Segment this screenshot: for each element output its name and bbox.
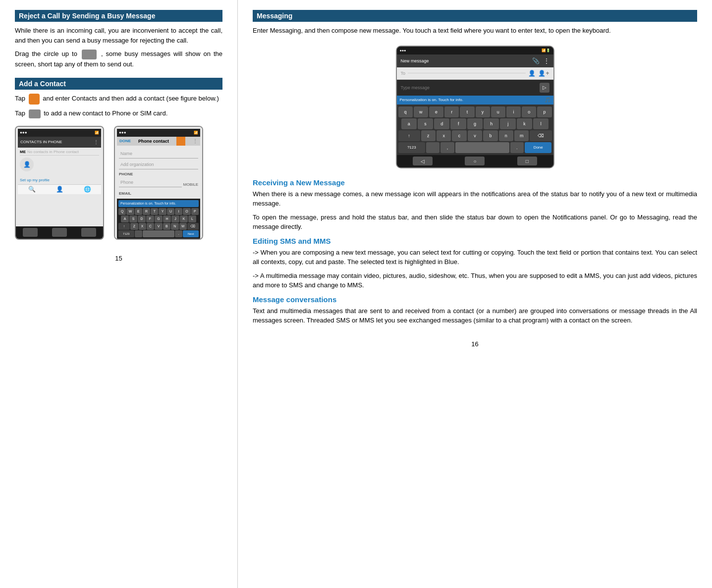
receiving-para1: When there is a new message comes, a new… xyxy=(253,189,697,209)
recent-nav-msg[interactable]: □ xyxy=(517,157,537,165)
add-contact-para1-cont: and enter Contacts and then add a contac… xyxy=(43,95,219,103)
home-nav-btn[interactable] xyxy=(52,228,67,237)
phone-section-label: PHONE xyxy=(119,172,198,176)
send-button[interactable]: ▷ xyxy=(540,83,549,93)
key-d[interactable]: d xyxy=(434,118,449,129)
key-z[interactable]: z xyxy=(421,130,436,141)
add-contact-para2: Tap to add a new contact to Phone or SIM… xyxy=(15,108,222,118)
recent-nav-btn[interactable] xyxy=(81,228,96,237)
key-k[interactable]: k xyxy=(517,118,532,129)
notification-personalization: Personalization is on. Touch for info. xyxy=(400,98,543,102)
editing-title: Editing SMS and MMS xyxy=(253,237,697,245)
section-conversations: Message conversations Text and multimedi… xyxy=(253,295,697,325)
key-special1[interactable] xyxy=(426,142,439,153)
messaging-header: Messaging xyxy=(253,10,697,22)
add-contact-para2-cont: to add a new contact to Phone or SIM car… xyxy=(44,109,167,117)
key-w[interactable]: w xyxy=(414,107,428,117)
key-backspace[interactable]: ⌫ xyxy=(530,130,551,141)
key-period[interactable]: . xyxy=(510,142,524,153)
key-x[interactable]: x xyxy=(437,130,451,141)
phone-field[interactable]: Phone xyxy=(119,178,182,187)
reject-call-title: Reject a Call by Sending a Busy Message xyxy=(19,12,155,20)
key-o[interactable]: o xyxy=(522,107,536,117)
right-page: Messaging Enter Messaging, and then comp… xyxy=(238,0,712,588)
org-field[interactable]: Add organization xyxy=(119,160,198,169)
key-comma[interactable]: , xyxy=(440,142,454,153)
key-q[interactable]: q xyxy=(398,107,413,117)
reject-call-header: Reject a Call by Sending a Busy Message xyxy=(15,10,222,22)
key-shift[interactable]: ↑ xyxy=(398,130,420,141)
key-e[interactable]: e xyxy=(429,107,443,117)
phone-screenshots-row: ●●● 📶 CONTACTS IN PHONE ⋮ ME No contacts… xyxy=(15,126,222,240)
to-field-placeholder[interactable]: To xyxy=(401,71,406,76)
right-page-number: 16 xyxy=(253,340,697,348)
contacts-list-screen: ●●● 📶 CONTACTS IN PHONE ⋮ ME No contacts… xyxy=(15,126,104,240)
key-b[interactable]: b xyxy=(483,130,497,141)
key-m[interactable]: m xyxy=(514,130,529,141)
drag-icon xyxy=(82,50,97,59)
section-messaging: Messaging Enter Messaging, and then comp… xyxy=(253,10,697,36)
home-nav-msg[interactable]: ○ xyxy=(465,157,485,165)
tap-text2: Tap xyxy=(15,109,25,117)
left-page-number: 15 xyxy=(15,255,222,262)
key-i[interactable]: i xyxy=(506,107,521,117)
key-u[interactable]: u xyxy=(491,107,505,117)
key-c[interactable]: c xyxy=(452,130,466,141)
key-l[interactable]: l xyxy=(533,118,548,129)
key-a[interactable]: a xyxy=(401,118,417,129)
add-person-icon xyxy=(29,109,41,118)
me-label: ME xyxy=(20,150,26,154)
messaging-para1: Enter Messaging, and then compose new me… xyxy=(253,26,697,36)
phone-contact-title: Phone contact xyxy=(138,139,169,144)
contacts-screen-content: ●●● 📶 CONTACTS IN PHONE ⋮ ME No contacts… xyxy=(16,127,103,226)
mobile-label: MOBILE xyxy=(183,182,198,189)
key-f[interactable]: f xyxy=(450,118,466,129)
conversations-title: Message conversations xyxy=(253,295,697,304)
contact-form-bar: DONE Phone contact ⋮ xyxy=(117,137,200,146)
key-num[interactable]: ?123 xyxy=(398,142,426,153)
section-reject-call: Reject a Call by Sending a Busy Message … xyxy=(15,10,222,69)
section-receiving: Receiving a New Message When there is a … xyxy=(253,178,697,232)
contacts-bottom-nav xyxy=(16,226,103,239)
key-space[interactable] xyxy=(455,142,509,153)
notification-text-left: Personalization is on. Touch for info. xyxy=(120,202,176,205)
messaging-phone-screenshot: ●●● 📶🔋 New message 📎 ⋮ To 👤 👤+ xyxy=(396,46,554,168)
new-message-title: New message xyxy=(401,58,528,63)
key-y[interactable]: y xyxy=(476,107,490,117)
left-page: Reject a Call by Sending a Busy Message … xyxy=(0,0,238,588)
key-g[interactable]: g xyxy=(467,118,483,129)
reject-call-para2-text: Drag the circle up to xyxy=(15,50,77,57)
add-contact-title: Add a Contact xyxy=(19,80,66,88)
receiving-para2: To open the message, press and hold the … xyxy=(253,213,697,232)
contacts-header-label: CONTACTS IN PHONE xyxy=(20,140,91,144)
contact-form-content: ●●● 📶 DONE Phone contact ⋮ Name Add orga… xyxy=(115,127,202,240)
profile-link[interactable]: Set up my profile xyxy=(20,178,99,182)
add-contact-header: Add a Contact xyxy=(15,78,222,90)
key-t[interactable]: t xyxy=(460,107,474,117)
key-r[interactable]: r xyxy=(444,107,459,117)
section-editing: Editing SMS and MMS -> When you are comp… xyxy=(253,237,697,290)
section-add-contact: Add a Contact Tap and enter Contacts and… xyxy=(15,78,222,118)
key-done[interactable]: Done xyxy=(525,142,552,153)
key-j[interactable]: j xyxy=(500,118,515,129)
reject-call-para2: Drag the circle up to , some busy messag… xyxy=(15,49,222,69)
type-message-placeholder[interactable]: Type message xyxy=(401,85,537,90)
conversations-para1: Text and multimedia messages that are se… xyxy=(253,306,697,325)
back-nav-btn[interactable] xyxy=(23,228,38,237)
key-v[interactable]: v xyxy=(468,130,482,141)
key-p[interactable]: p xyxy=(537,107,551,117)
name-field[interactable]: Name xyxy=(119,149,198,159)
tap-text1: Tap xyxy=(15,95,25,103)
contact-avatar-placeholder xyxy=(176,137,185,146)
editing-para1: -> When you are composing a new text mes… xyxy=(253,248,697,267)
key-s[interactable]: s xyxy=(418,118,433,129)
back-nav-msg[interactable]: ◁ xyxy=(413,157,433,165)
contact-form-screen: ●●● 📶 DONE Phone contact ⋮ Name Add orga… xyxy=(114,126,203,240)
reject-call-para1: While there is an incoming call, you are… xyxy=(15,26,222,45)
done-btn[interactable]: DONE xyxy=(119,139,131,143)
key-n[interactable]: n xyxy=(499,130,513,141)
add-contact-para1: Tap and enter Contacts and then add a co… xyxy=(15,94,222,105)
editing-para2: -> A multimedia message may contain vide… xyxy=(253,271,697,290)
messaging-bottom-nav: ◁ ○ □ xyxy=(397,155,553,167)
key-h[interactable]: h xyxy=(484,118,499,129)
